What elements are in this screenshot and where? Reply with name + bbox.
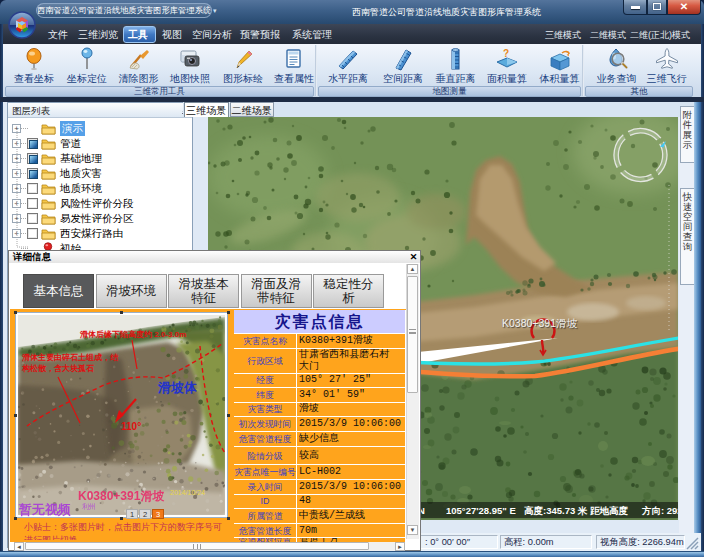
- svg-text:105°27'28.95" E: 105°27'28.95" E: [446, 505, 516, 516]
- svg-text:高度:345.73 米 距地高度: 高度:345.73 米 距地高度: [524, 505, 628, 516]
- svg-text:滑体后缘下陷高度约 2.0-3.0m: 滑体后缘下陷高度约 2.0-3.0m: [79, 329, 186, 339]
- svg-text:利州: 利州: [82, 503, 96, 511]
- svg-text:K0380+391滑坡: K0380+391滑坡: [502, 317, 578, 329]
- svg-text:方向: 292.0: 方向: 292.0: [641, 505, 678, 516]
- svg-text:滑坡体: 滑坡体: [157, 380, 198, 395]
- svg-text:2014/10/24: 2014/10/24: [170, 489, 205, 496]
- svg-text:110°: 110°: [121, 421, 141, 432]
- svg-text:K0380+391滑坡: K0380+391滑坡: [78, 489, 164, 503]
- svg-text:滑体主要由碎石土组成，结: 滑体主要由碎石土组成，结: [21, 352, 119, 362]
- svg-text:构松散，含大块孤石: 构松散，含大块孤石: [21, 364, 94, 373]
- svg-text:?: ?: [503, 48, 509, 59]
